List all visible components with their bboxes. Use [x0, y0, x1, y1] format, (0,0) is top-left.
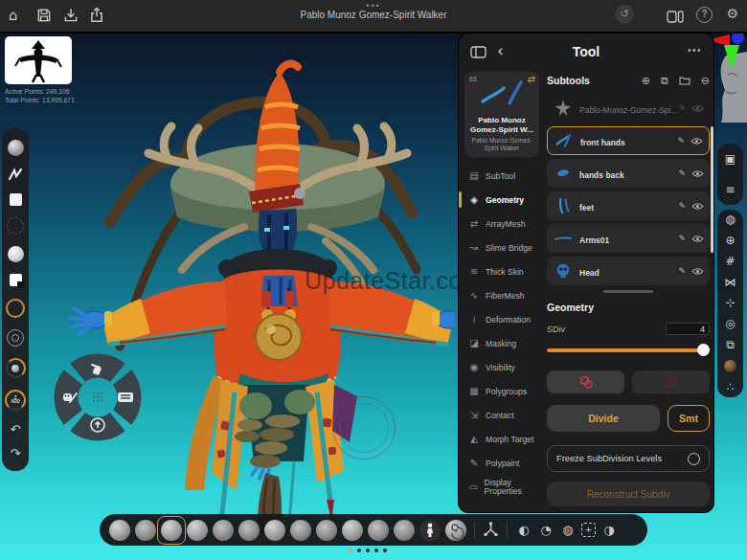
workspace-layout-icon[interactable]	[667, 9, 684, 26]
remove-subtool-icon[interactable]: ⊖	[701, 75, 710, 87]
undo-icon[interactable]: ↶	[11, 423, 21, 436]
stroke-type-icon[interactable]	[8, 168, 23, 181]
brush-thumbnail-14-spiral[interactable]	[445, 520, 466, 541]
brush-thumbnail-8[interactable]	[290, 520, 311, 541]
duplicate-subtool-icon[interactable]: ⧉	[661, 75, 668, 87]
help-icon[interactable]: ?	[696, 7, 713, 23]
brush-thumbnail-1[interactable]	[109, 520, 130, 541]
polypaint-icon[interactable]: ✎	[677, 136, 685, 146]
subtool-row-pablo[interactable]: Pablo-Munoz-Gomez-Spi... ✎	[547, 94, 710, 123]
wireframe-icon[interactable]: ◍	[559, 523, 577, 537]
draw-size-ring-icon[interactable]	[6, 299, 25, 318]
redo-icon[interactable]: ↷	[11, 447, 21, 459]
polypaint-icon[interactable]: ✎	[678, 168, 686, 178]
polypaint-icon[interactable]: ✎	[678, 266, 686, 276]
subtool-row-arms01[interactable]: Arms01 ✎	[547, 224, 710, 253]
menu-item-thick-skin[interactable]: ≋Thick Skin	[464, 259, 543, 283]
del-higher-button[interactable]	[632, 370, 710, 393]
brush-thumbnail-13-figure[interactable]	[419, 520, 441, 541]
solo-contrast-icon[interactable]: ◑	[600, 523, 618, 537]
page-dot[interactable]	[366, 549, 370, 552]
brush-thumbnail-9[interactable]	[316, 520, 337, 541]
smooth-curve-icon[interactable]: ◔	[537, 523, 555, 537]
reference-frame-icon[interactable]: ▣	[725, 153, 736, 166]
menu-item-polygroups[interactable]: ▦Polygroups	[464, 379, 543, 403]
document-title-block[interactable]: ••• Pablo Munoz Gomez-Spirit Walker	[0, 2, 747, 21]
freeze-subdivision-row[interactable]: Freeze SubDivision Levels	[547, 445, 710, 472]
page-dot[interactable]	[383, 549, 387, 552]
brush-thumbnail-3-selected[interactable]	[161, 520, 182, 541]
brush-thumbnail-4[interactable]	[187, 520, 208, 541]
page-indicator[interactable]	[349, 549, 387, 552]
active-tool-thumbnail[interactable]	[5, 36, 72, 84]
divide-button[interactable]: Divide	[547, 405, 660, 432]
sdiv-slider-track[interactable]	[547, 348, 706, 352]
brush-thumbnail-5[interactable]	[213, 520, 234, 541]
menu-item-geometry[interactable]: ◈Geometry	[464, 188, 543, 212]
focal-shift-ring-icon[interactable]	[7, 329, 24, 347]
folder-icon[interactable]	[679, 76, 690, 85]
page-dot-active[interactable]	[349, 549, 352, 552]
panel-more-icon[interactable]: •••	[688, 45, 702, 56]
menu-item-slime-bridge[interactable]: ↝Slime Bridge	[464, 235, 543, 259]
menu-item-subtool[interactable]: ▤SubTool	[464, 164, 543, 188]
texture-off-icon[interactable]	[7, 217, 24, 235]
subtool-row-head[interactable]: Head ✎	[547, 257, 710, 285]
active-tool-card[interactable]: 65 ⇄ Pablo Munoz Gomez-Spirit W... Pablo…	[464, 72, 539, 157]
material-sphere-icon[interactable]	[724, 360, 736, 372]
menu-item-polypaint[interactable]: ✎Polypaint	[464, 451, 543, 475]
clip-overlap-icon[interactable]: ⧉	[726, 339, 735, 351]
brush-thumbnail-7[interactable]	[264, 520, 285, 541]
perspective-globe-icon[interactable]: ⊕	[725, 235, 735, 247]
z-intensity-icon[interactable]	[6, 358, 26, 378]
brush-thumbnail-10[interactable]	[342, 520, 363, 541]
subtool-row-front-hands[interactable]: front hands ✎	[547, 126, 710, 155]
menu-item-arraymesh[interactable]: ⇄ArrayMesh	[464, 212, 543, 235]
zadd-mode-icon[interactable]: Z ADD	[5, 390, 26, 411]
menu-item-morph-target[interactable]: ◭Morph Target	[464, 427, 543, 451]
history-icon[interactable]: ↺	[615, 5, 634, 24]
sdiv-slider-knob[interactable]	[697, 344, 710, 356]
visibility-eye-icon[interactable]	[691, 169, 704, 178]
menu-item-fibermesh[interactable]: ∿FiberMesh	[464, 283, 543, 307]
subtool-scrollbar[interactable]	[711, 126, 713, 253]
color-swatch-icon[interactable]	[10, 274, 22, 286]
npr-render-icon[interactable]: ◍	[725, 213, 735, 226]
page-dot[interactable]	[357, 549, 361, 552]
gizmo-transform-icon[interactable]	[483, 522, 499, 538]
freeze-subdivision-toggle[interactable]	[688, 453, 700, 465]
local-pivot-icon[interactable]: ◎	[725, 318, 735, 330]
page-dot[interactable]	[374, 549, 378, 552]
sdiv-value-field[interactable]: 4	[666, 323, 710, 335]
visibility-eye-icon[interactable]	[691, 235, 704, 243]
brush-thumbnail-2[interactable]	[135, 520, 156, 541]
layers-icon[interactable]: ≡	[725, 184, 735, 196]
menu-item-visibility[interactable]: ◉Visibility	[464, 355, 543, 379]
quick-access-wheel[interactable]	[52, 351, 144, 443]
add-subtool-icon[interactable]: ⊕	[642, 75, 650, 87]
polypaint-icon[interactable]: ✎	[678, 201, 686, 211]
brush-thumbnail-12[interactable]	[394, 520, 415, 541]
color-mixer-icon[interactable]: ∴	[727, 381, 735, 393]
smt-toggle-button[interactable]: Smt	[668, 405, 710, 432]
del-lower-button[interactable]	[547, 370, 624, 393]
menu-item-deformation[interactable]: ≀Deformation	[464, 307, 543, 331]
symmetry-butterfly-icon[interactable]: ⋈	[725, 277, 736, 289]
settings-gear-icon[interactable]: ⚙	[726, 6, 738, 21]
mask-mode-icon[interactable]: ◐	[515, 523, 532, 537]
frame-select-icon[interactable]: +	[581, 523, 596, 537]
material-white-icon[interactable]	[8, 246, 24, 262]
menu-item-display-properties[interactable]: ▭Display Properties	[464, 475, 543, 499]
brush-thumbnail-6[interactable]	[238, 520, 260, 541]
sdiv-slider[interactable]	[547, 344, 710, 356]
reconstruct-subdiv-button[interactable]: Reconstruct Subdiv	[547, 482, 710, 506]
expand-view-icon[interactable]: ⊹	[725, 297, 735, 309]
subtool-row-hands-back[interactable]: hands back ✎	[547, 159, 710, 188]
alpha-square-icon[interactable]	[10, 193, 22, 206]
swap-tool-icon[interactable]: ⇄	[528, 74, 535, 84]
menu-item-masking[interactable]: ◪Masking	[464, 331, 543, 355]
visibility-eye-icon[interactable]	[690, 137, 703, 146]
visibility-eye-icon[interactable]	[691, 104, 704, 113]
menu-item-contact[interactable]: ⇲Contact	[464, 403, 543, 427]
brush-thumbnail-11[interactable]	[368, 520, 389, 541]
